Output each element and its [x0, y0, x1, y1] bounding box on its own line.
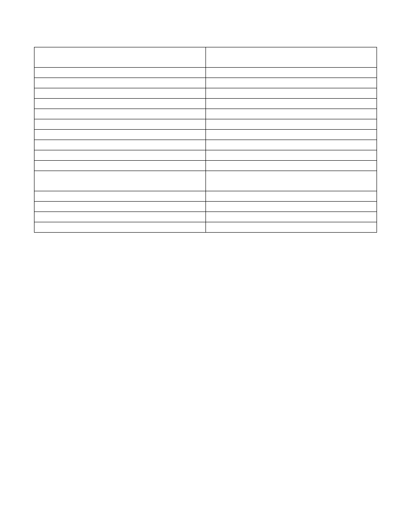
table-cell-left: [34, 130, 206, 140]
table-cell-left: [34, 150, 206, 161]
table-cell-left: [34, 47, 206, 68]
table-row: [34, 161, 377, 171]
table-row: [34, 47, 377, 68]
table-cell-right: [206, 171, 377, 191]
table-cell-left: [34, 68, 206, 78]
table-cell-left: [34, 222, 206, 233]
table-cell-left: [34, 119, 206, 130]
table-cell-right: [206, 212, 377, 222]
table-row: [34, 212, 377, 222]
table-row: [34, 171, 377, 191]
table-cell-left: [34, 191, 206, 202]
table-row: [34, 109, 377, 119]
table-cell-right: [206, 88, 377, 99]
table-row: [34, 140, 377, 150]
table-row: [34, 119, 377, 130]
table-cell-left: [34, 109, 206, 119]
table-row: [34, 191, 377, 202]
table-cell-left: [34, 161, 206, 171]
table-row: [34, 68, 377, 78]
table-cell-left: [34, 212, 206, 222]
table-cell-left: [34, 88, 206, 99]
table-cell-right: [206, 150, 377, 161]
table-cell-left: [34, 78, 206, 88]
table-cell-right: [206, 119, 377, 130]
table-cell-right: [206, 68, 377, 78]
table-row: [34, 130, 377, 140]
table-cell-right: [206, 140, 377, 150]
table-cell-left: [34, 202, 206, 212]
table-cell-right: [206, 130, 377, 140]
table-cell-right: [206, 222, 377, 233]
empty-table: [34, 47, 377, 233]
table-cell-right: [206, 78, 377, 88]
table-row: [34, 78, 377, 88]
table-cell-right: [206, 99, 377, 109]
table-cell-right: [206, 202, 377, 212]
table-row: [34, 202, 377, 212]
table-row: [34, 150, 377, 161]
table-cell-left: [34, 140, 206, 150]
table-row: [34, 88, 377, 99]
table-cell-right: [206, 47, 377, 68]
table-row: [34, 222, 377, 233]
table: [34, 47, 377, 233]
table-cell-right: [206, 191, 377, 202]
table-cell-left: [34, 171, 206, 191]
table-row: [34, 99, 377, 109]
table-cell-left: [34, 99, 206, 109]
table-cell-right: [206, 109, 377, 119]
table-cell-right: [206, 161, 377, 171]
